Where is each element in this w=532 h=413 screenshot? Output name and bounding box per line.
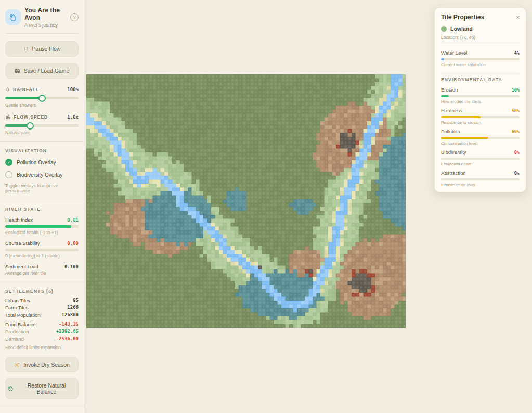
save-icon <box>15 68 20 74</box>
pollution-overlay-label: Pollution Overlay <box>17 160 56 165</box>
invoke-dry-season-button[interactable]: Invoke Dry Season <box>5 357 79 372</box>
restore-natural-balance-button[interactable]: Restore Natural Balance <box>5 378 79 399</box>
app-header: You Are the Avon A river's journey ? <box>5 0 79 34</box>
pause-flow-button[interactable]: Pause Flow <box>5 41 79 57</box>
terrain-type-label: Lowland <box>450 25 473 32</box>
food-balance-row: Food Balance -143.35 <box>5 321 79 327</box>
biodiversity-overlay-toggle[interactable]: Biodiversity Overlay <box>5 171 79 178</box>
biodiversity-overlay-label: Biodiversity Overlay <box>17 172 62 178</box>
tile-location: Location: (76, 48) <box>441 35 520 40</box>
course-stability-metric: Course Stability 0.00 0 (meandering) to … <box>5 240 79 259</box>
pause-icon <box>23 46 29 51</box>
empty-circle-icon <box>5 171 12 178</box>
total-population-row: Total Population 126800 <box>5 312 79 318</box>
environmental-data-heading: ENVIRONMENTAL DATA <box>441 77 520 82</box>
flow-speed-value: 1.0x <box>67 114 79 120</box>
erosion-metric: Erosion 10% How eroded the tile is <box>441 87 520 104</box>
demand-row: Demand -2536.00 <box>5 336 79 342</box>
restore-natural-balance-label: Restore Natural Balance <box>17 382 76 395</box>
rainfall-caption: Gentle showers <box>5 102 79 108</box>
sediment-load-label: Sediment Load <box>5 264 38 269</box>
course-stability-bar <box>5 249 79 251</box>
invoke-dry-season-label: Invoke Dry Season <box>23 362 70 368</box>
close-icon[interactable]: × <box>516 15 520 20</box>
production-row: Production +2392.65 <box>5 329 79 334</box>
sediment-load-value: 0.100 <box>64 264 79 269</box>
check-circle-icon: ✓ <box>5 159 12 166</box>
abstraction-metric: Abstraction 0% Infrastructure level <box>441 170 520 187</box>
rain-icon <box>5 87 10 92</box>
flow-speed-slider-thumb[interactable] <box>27 122 34 130</box>
sidebar: You Are the Avon A river's journey ? Pau… <box>0 0 84 413</box>
health-index-metric: Health Index 0.81 Ecological health (-1 … <box>5 217 79 235</box>
flow-speed-slider-block: FLOW SPEED 1.0x Natural pace <box>5 114 79 135</box>
settlements-heading: SETTLEMENTS (5) <box>5 289 79 294</box>
save-load-label: Save / Load Game <box>24 68 70 74</box>
course-stability-caption: 0 (meandering) to 1 (stable) <box>5 253 79 259</box>
wind-icon <box>5 114 11 120</box>
sun-icon <box>14 362 20 368</box>
health-index-caption: Ecological health (-1 to +1) <box>5 230 79 235</box>
farm-tiles-row: Farm Tiles 1266 <box>5 305 79 311</box>
page-title: You Are the Avon <box>24 7 67 21</box>
rainfall-value: 100% <box>67 87 79 92</box>
save-load-button[interactable]: Save / Load Game <box>5 63 79 79</box>
pollution-metric: Pollution 60% Contamination level <box>441 128 520 146</box>
rainfall-slider-thumb[interactable] <box>38 95 46 102</box>
visualization-caption: Toggle overlays to improve performance <box>5 183 79 193</box>
course-stability-value: 0.00 <box>67 241 79 246</box>
pause-flow-label: Pause Flow <box>32 46 61 52</box>
flow-speed-caption: Natural pace <box>5 130 79 135</box>
rainfall-label: RAINFALL <box>13 87 39 92</box>
rainfall-slider[interactable] <box>5 97 79 99</box>
visualization-heading: VISUALIZATION <box>5 148 79 153</box>
game-map-canvas[interactable] <box>86 74 406 328</box>
help-icon[interactable]: ? <box>70 13 79 21</box>
page-subtitle: A river's journey <box>24 22 67 28</box>
flow-speed-label: FLOW SPEED <box>14 114 48 120</box>
rainfall-slider-block: RAINFALL 100% Gentle showers <box>5 87 79 108</box>
sediment-load-caption: Average per river tile <box>5 270 79 276</box>
app-logo-droplets-icon <box>5 9 21 25</box>
tile-properties-title: Tile Properties <box>441 14 484 21</box>
terrain-color-dot <box>441 26 447 32</box>
health-index-value: 0.81 <box>67 217 79 223</box>
health-index-bar <box>5 225 79 228</box>
restore-icon <box>8 386 14 392</box>
urban-tiles-row: Urban Tiles 95 <box>5 298 79 303</box>
water-level-metric: Water Level 4% Current water saturation <box>441 50 520 67</box>
river-state-heading: RIVER STATE <box>5 206 79 212</box>
health-index-label: Health Index <box>5 217 33 223</box>
settlements-caption: Food deficit limits expansion <box>5 345 79 350</box>
flow-speed-slider[interactable] <box>5 124 79 127</box>
hardness-metric: Hardness 50% Resistance to erosion <box>441 108 520 125</box>
tile-properties-panel: Tile Properties × Lowland Location: (76,… <box>434 7 526 192</box>
course-stability-label: Course Stability <box>5 240 40 246</box>
biodiversity-metric: Biodiversity 0% Ecological health <box>441 149 520 166</box>
sediment-load-metric: Sediment Load 0.100 Average per river ti… <box>5 264 79 276</box>
pollution-overlay-toggle[interactable]: ✓ Pollution Overlay <box>5 159 79 166</box>
